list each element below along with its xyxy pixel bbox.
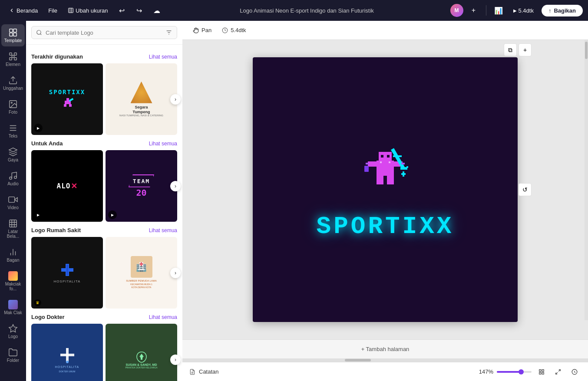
template-card-team20[interactable]: TEAM 20 ▶ <box>106 150 177 222</box>
search-area <box>26 21 182 45</box>
accessibility-button[interactable] <box>568 365 581 378</box>
see-all-for-you[interactable]: Lihat semua <box>149 141 177 147</box>
sidebar-item-logo[interactable]: Logo <box>1 320 25 342</box>
refresh-button[interactable]: ↺ <box>519 183 532 196</box>
sidebar-item-template[interactable]: Template <box>1 24 25 46</box>
sidebar-item-bagan[interactable]: Bagan <box>1 244 25 266</box>
template-content: Terakhir digunakan Lihat semua SPORTIXX <box>26 45 182 381</box>
svg-marker-15 <box>15 197 17 201</box>
sidebar-teks-label: Teks <box>9 134 18 138</box>
svg-point-13 <box>10 177 12 180</box>
svg-rect-29 <box>69 98 73 101</box>
template-card-sportixx[interactable]: SPORTIXX ▶ <box>31 63 103 135</box>
sidebar-logo-label: Logo <box>8 334 18 339</box>
svg-rect-45 <box>381 155 383 158</box>
template-card-hospital2[interactable]: 🏥 SUMBER PEMUDA LAMAKECAMATAN MUDA 1KOTA… <box>106 237 177 309</box>
topbar-right: M + 📊 ▶ 5.4dtk ↑ Bagikan <box>450 3 583 17</box>
sidebar-item-video[interactable]: Video <box>1 191 25 213</box>
sidebar-template-label: Template <box>4 38 22 43</box>
sidebar-item-unggahan[interactable]: Unggahan <box>1 72 25 94</box>
play-button[interactable]: ▶ 5.4dtk <box>509 6 538 16</box>
expand-button[interactable] <box>552 365 565 378</box>
svg-rect-65 <box>542 369 544 371</box>
svg-rect-16 <box>9 197 15 203</box>
svg-rect-44 <box>379 152 392 163</box>
sidebar-item-elemen[interactable]: Elemen <box>1 48 25 70</box>
svg-rect-9 <box>14 58 17 60</box>
avatar[interactable]: M <box>450 4 463 17</box>
for-you-grid: ALO ✕ ▶ TEAM 20 ▶ › <box>31 150 177 222</box>
time-value: 5.4dtk <box>231 27 246 33</box>
svg-rect-7 <box>14 53 17 56</box>
scroll-arrow-doctor[interactable]: › <box>170 355 181 365</box>
notes-label: Catatan <box>199 368 219 375</box>
grid-view-button[interactable] <box>535 365 548 378</box>
resize-button[interactable]: Ubah ukuran <box>64 6 111 16</box>
svg-rect-4 <box>13 33 17 36</box>
sidebar-item-teks[interactable]: Teks <box>1 120 25 142</box>
svg-line-69 <box>556 372 558 374</box>
zoom-slider[interactable] <box>497 371 532 373</box>
filter-icon[interactable] <box>165 29 172 36</box>
sidebar-item-makciak[interactable]: Makciak fo... <box>1 268 25 295</box>
undo-button[interactable]: ↩ <box>115 3 129 17</box>
template-card-tumpeng[interactable]: SegaraTumpeng NASI TUMPENG, NASI & CATER… <box>106 63 177 135</box>
add-page-button[interactable]: + <box>519 43 532 56</box>
search-icon <box>36 30 42 36</box>
pan-tool-button[interactable]: Pan <box>189 25 215 35</box>
analytics-button[interactable]: 📊 <box>492 3 505 17</box>
notes-icon <box>189 369 195 375</box>
template-card-alox[interactable]: ALO ✕ ▶ <box>31 150 103 222</box>
share-label: Bagikan <box>554 7 576 14</box>
template-panel: Terakhir digunakan Lihat semua SPORTIXX <box>26 21 182 381</box>
see-all-recently-used[interactable]: Lihat semua <box>149 54 177 60</box>
duplicate-page-button[interactable]: ⧉ <box>504 43 517 56</box>
file-button[interactable]: File <box>45 6 61 16</box>
bottom-scrollbar[interactable] <box>182 358 588 362</box>
template-card-susan[interactable]: SUSAN & SANDY, MD PRAKTEK DOKTER KELUARG… <box>106 324 177 381</box>
scroll-arrow-for-you[interactable]: › <box>170 181 181 191</box>
section-recently-used-title: Terakhir digunakan <box>31 53 83 60</box>
zoom-slider-thumb <box>519 369 524 374</box>
notes-button[interactable]: Catatan <box>189 368 219 375</box>
svg-rect-66 <box>539 372 541 374</box>
template-card-doctor1[interactable]: HOSPITALITA DOKTER UMUM ♛ <box>31 324 103 381</box>
search-bar[interactable] <box>31 26 177 39</box>
canvas-design[interactable]: SPORTIXX <box>253 57 518 322</box>
redo-button[interactable]: ↪ <box>132 3 146 17</box>
sidebar-item-gaya[interactable]: Gaya <box>1 144 25 166</box>
see-all-doctor[interactable]: Lihat semua <box>149 314 177 320</box>
topbar: Beranda File Ubah ukuran ↩ ↪ ☁ Logo Anim… <box>0 0 588 21</box>
share-button[interactable]: ↑ Bagikan <box>542 5 583 16</box>
canvas-toolbar: Pan 5.4dtk <box>182 21 588 40</box>
scroll-arrow-recently[interactable]: › <box>170 94 181 105</box>
canvas-viewport[interactable]: ⧉ + <box>182 40 588 339</box>
scroll-arrow-hospital[interactable]: › <box>170 268 181 278</box>
search-input[interactable] <box>46 30 162 36</box>
sidebar-item-foto[interactable]: Foto <box>1 96 25 118</box>
cloud-save-button[interactable]: ☁ <box>150 3 164 17</box>
svg-rect-49 <box>377 176 383 184</box>
sidebar-makclak-label: Mak Clak <box>4 310 22 315</box>
zoom-level: 147% <box>479 368 493 375</box>
sidebar-elemen-label: Elemen <box>6 62 20 67</box>
back-button[interactable]: Beranda <box>5 6 41 16</box>
svg-rect-6 <box>10 53 12 56</box>
add-collaborator-button[interactable]: + <box>467 3 481 17</box>
see-all-hospital[interactable]: Lihat semua <box>149 227 177 233</box>
section-for-you-header: Untuk Anda Lihat semua <box>31 140 177 147</box>
template-card-hospitalita[interactable]: HOSPITALITA ♛ <box>31 237 103 309</box>
sidebar-unggahan-label: Unggahan <box>3 86 23 91</box>
home-label: Beranda <box>17 7 38 14</box>
svg-point-14 <box>14 176 17 179</box>
sidebar-item-makclak[interactable]: Mak Clak <box>1 296 25 319</box>
zoom-slider-fill <box>497 371 521 373</box>
svg-point-35 <box>66 361 69 363</box>
section-hospital-title: Logo Rumah Sakit <box>31 227 81 233</box>
add-page-bar[interactable]: + Tambah halaman <box>182 339 588 358</box>
sidebar-item-latar[interactable]: Latar Bela... <box>1 215 25 242</box>
sidebar-item-folder[interactable]: Folder <box>1 344 25 366</box>
svg-rect-17 <box>10 220 17 227</box>
right-scrollbar[interactable] <box>585 40 588 320</box>
sidebar-item-audio[interactable]: Audio <box>1 168 25 190</box>
